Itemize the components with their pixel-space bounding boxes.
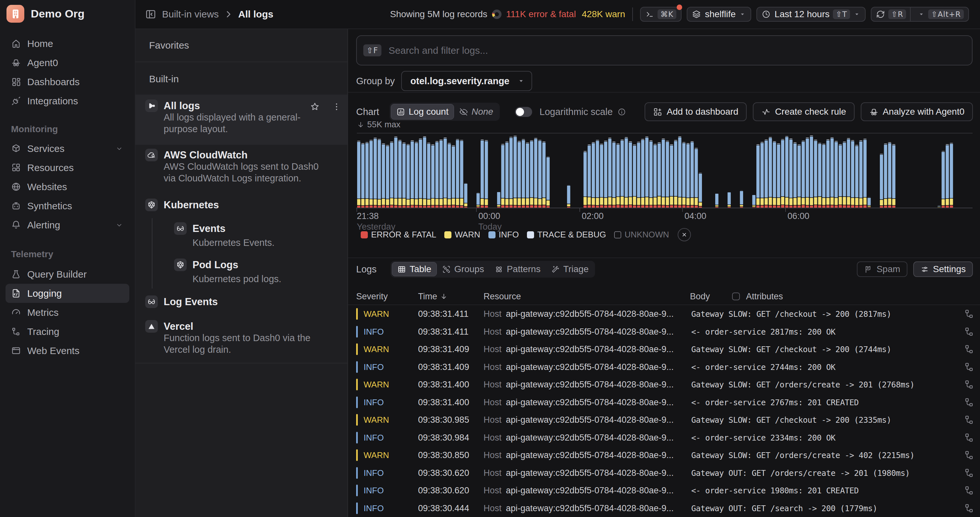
sidebar-item-agent0[interactable]: Agent0 — [0, 53, 135, 72]
view-title-all-logs[interactable]: All logs — [164, 100, 200, 112]
alerting-icon — [11, 220, 21, 230]
view-title-kubernetes[interactable]: Kubernetes — [164, 198, 219, 211]
log-row[interactable]: WARN 09:38:30.985 Host api-gateway:c92db… — [348, 411, 980, 429]
log-row[interactable]: WARN 09:38:31.409 Host api-gateway:c92db… — [348, 341, 980, 358]
open-trace-button[interactable] — [964, 309, 974, 319]
sidebar-item-tracing[interactable]: Tracing — [0, 322, 135, 341]
legend-item-warn[interactable]: WARN — [444, 230, 480, 240]
sidebar-item-query[interactable]: Query Builder — [0, 265, 135, 284]
column-resource[interactable]: Resource — [484, 292, 521, 301]
log-row[interactable]: WARN 09:38:31.411 Host api-gateway:c92db… — [348, 305, 980, 323]
open-trace-button[interactable] — [964, 397, 974, 408]
sort-desc-icon — [440, 293, 447, 300]
log-time: 09:38:31.411 — [418, 327, 469, 336]
view-menu-button[interactable] — [331, 102, 342, 112]
logs-tab-table[interactable]: Table — [392, 262, 437, 276]
log-row[interactable]: INFO 09:38:31.409 Host api-gateway:c92db… — [348, 358, 980, 376]
log-body: <- order-service 2817ms: 200 OK — [691, 327, 835, 336]
sidebar-item-websites[interactable]: Websites — [0, 177, 135, 196]
attributes-checkbox[interactable] — [732, 292, 740, 300]
logs-tab-triage[interactable]: Triage — [546, 262, 594, 276]
log-row[interactable]: INFO 09:38:31.400 Host api-gateway:c92db… — [348, 393, 980, 411]
sidebar-item-synthetics[interactable]: Synthetics — [0, 196, 135, 216]
open-trace-button[interactable] — [964, 415, 974, 425]
command-palette-button[interactable]: ⌘K — [640, 7, 681, 22]
open-trace-button[interactable] — [964, 503, 974, 514]
open-trace-button[interactable] — [964, 327, 974, 337]
tick-mark — [785, 208, 786, 212]
column-severity[interactable]: Severity — [356, 292, 388, 301]
sidebar-item-logging[interactable]: Logging — [5, 284, 129, 303]
log-row[interactable]: INFO 09:38:30.620 Host api-gateway:c92db… — [348, 482, 980, 500]
websites-icon — [11, 182, 21, 192]
open-trace-button[interactable] — [964, 362, 974, 372]
search-input[interactable]: ⇧F Search and filter logs... — [356, 35, 972, 65]
favorite-star-button[interactable] — [310, 102, 320, 112]
time-range-selector[interactable]: Last 12 hours ⇧T — [756, 7, 865, 22]
log-count-chart[interactable]: 55K max 21:38Yesterday00:00Today02:0004:… — [356, 124, 972, 208]
refresh-alt-kbd: ⇧Alt+R — [928, 10, 964, 19]
chart-label: Chart — [356, 106, 379, 117]
legend-item-trace[interactable]: TRACE & DEBUG — [527, 230, 606, 240]
sidebar-item-home[interactable]: Home — [0, 34, 135, 53]
open-trace-button[interactable] — [964, 379, 974, 390]
open-trace-button[interactable] — [964, 433, 974, 443]
spam-button[interactable]: Spam — [857, 262, 907, 277]
log-row[interactable]: INFO 09:38:30.984 Host api-gateway:c92db… — [348, 429, 980, 447]
legend-item-info[interactable]: INFO — [488, 230, 519, 240]
favorites-section[interactable]: Favorites — [135, 29, 347, 62]
view-title-vercel[interactable]: Vercel — [164, 320, 193, 333]
refresh-button[interactable]: ⇧R ⇧Alt+R — [871, 7, 969, 22]
open-trace-button[interactable] — [964, 485, 974, 496]
log-scale-toggle[interactable] — [515, 107, 532, 117]
sidebar-item-webevents[interactable]: Web Events — [0, 341, 135, 360]
all-logs-icon — [145, 100, 158, 112]
resources-icon — [11, 163, 21, 173]
log-row[interactable]: INFO 09:38:30.620 Host api-gateway:c92db… — [348, 464, 980, 482]
severity-label: INFO — [364, 503, 384, 513]
sidebar-item-resources[interactable]: Resources — [0, 158, 135, 177]
legend-item-unknown[interactable]: UNKNOWN — [614, 230, 669, 240]
view-title-events[interactable]: Events — [192, 222, 226, 235]
resource-value: api-gateway:c92db5f5-0784-4028-80ae-9... — [506, 485, 674, 496]
logs-tab-patterns[interactable]: Patterns — [489, 262, 546, 276]
log-row[interactable]: WARN 09:38:31.400 Host api-gateway:c92db… — [348, 376, 980, 393]
view-title-pod-logs[interactable]: Pod Logs — [192, 258, 238, 271]
groups-icon — [442, 265, 451, 274]
analyze-with-agent0-button[interactable]: Analyze with Agent0 — [861, 102, 973, 121]
breadcrumb-section[interactable]: Built-in views — [162, 9, 219, 20]
sidebar-item-integrations[interactable]: Integrations — [0, 91, 135, 111]
chart-mode-log-count[interactable]: Log count — [391, 104, 454, 119]
column-body[interactable]: Body — [690, 292, 710, 301]
group-by-select[interactable]: otel.log.severity.range — [401, 71, 532, 91]
legend-item-error[interactable]: ERROR & FATAL — [361, 230, 436, 240]
chart-mode-none[interactable]: None — [454, 104, 498, 119]
org-switcher[interactable]: Demo Org — [0, 0, 135, 23]
severity-bar — [356, 449, 358, 461]
open-trace-button[interactable] — [964, 344, 974, 354]
create-check-rule-button[interactable]: Create check rule — [753, 102, 854, 121]
error-count[interactable]: 111K error & fatal — [506, 9, 576, 19]
dataset-selector[interactable]: shelflife — [687, 7, 751, 22]
sidebar-item-metrics[interactable]: Metrics — [0, 303, 135, 322]
view-title-aws-cloudwatch[interactable]: AWS CloudWatch — [164, 149, 248, 161]
severity-donut-icon — [492, 10, 502, 19]
log-row[interactable]: INFO 09:38:31.411 Host api-gateway:c92db… — [348, 323, 980, 341]
sidebar-item-alerting[interactable]: Alerting — [0, 216, 135, 235]
log-row[interactable]: WARN 09:38:30.850 Host api-gateway:c92db… — [348, 446, 980, 464]
logs-tab-groups[interactable]: Groups — [437, 262, 489, 276]
refresh-icon — [876, 10, 885, 19]
settings-button[interactable]: Settings — [913, 262, 973, 277]
open-trace-button[interactable] — [964, 468, 974, 478]
collapse-sidebar-button[interactable] — [145, 8, 156, 20]
log-row[interactable]: INFO 09:38:30.444 Host api-gateway:c92db… — [348, 500, 980, 517]
column-time[interactable]: Time — [418, 292, 447, 301]
clear-legend-filter-button[interactable] — [678, 228, 691, 241]
warn-count[interactable]: 428K warn — [582, 9, 625, 19]
view-title-log-events[interactable]: Log Events — [164, 295, 218, 308]
legend-label: INFO — [499, 230, 519, 240]
open-trace-button[interactable] — [964, 450, 974, 460]
sidebar-item-dashboards[interactable]: Dashboards — [0, 72, 135, 91]
sidebar-item-services[interactable]: Services — [0, 139, 135, 158]
add-to-dashboard-button[interactable]: Add to dashboard — [644, 102, 747, 121]
